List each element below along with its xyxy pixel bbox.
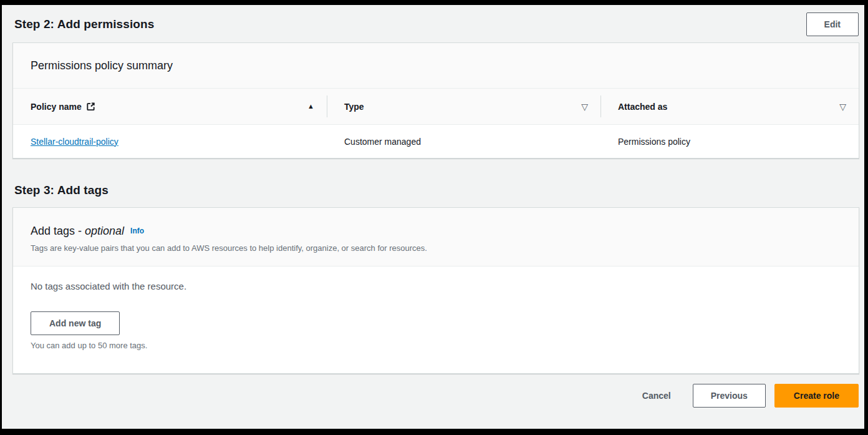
cancel-button[interactable]: Cancel xyxy=(642,391,671,401)
create-role-button[interactable]: Create role xyxy=(774,384,859,408)
add-new-tag-button[interactable]: Add new tag xyxy=(31,311,120,335)
filter-icon[interactable]: ▽ xyxy=(839,102,846,111)
policy-table-header-row: Policy name ▲ Type ▽ Attached as xyxy=(13,89,859,125)
policy-attached-as-cell: Permissions policy xyxy=(600,125,859,158)
tags-panel-body: No tags associated with the resource. Ad… xyxy=(13,266,859,373)
step2-header-row: Step 2: Add permissions Edit xyxy=(2,5,864,36)
step3-title: Step 3: Add tags xyxy=(14,183,864,197)
tags-panel-header: Add tags - optionalInfo Tags are key-val… xyxy=(13,208,859,266)
permissions-policy-summary-panel: Permissions policy summary Policy name ▲ xyxy=(12,42,859,159)
sort-ascending-icon[interactable]: ▲ xyxy=(307,103,314,110)
policy-attached-as-value: Permissions policy xyxy=(618,137,690,147)
column-header-policy-name[interactable]: Policy name ▲ xyxy=(13,89,327,124)
tags-panel-description: Tags are key-value pairs that you can ad… xyxy=(31,243,841,253)
edit-button[interactable]: Edit xyxy=(806,12,859,36)
tags-panel-title: Add tags - optionalInfo xyxy=(31,225,841,238)
info-link[interactable]: Info xyxy=(130,227,144,235)
policy-type-cell: Customer managed xyxy=(327,125,600,158)
policy-type-value: Customer managed xyxy=(344,137,421,147)
external-link-icon xyxy=(86,102,95,111)
column-header-type[interactable]: Type ▽ xyxy=(327,89,600,124)
tags-title-optional-text: optional xyxy=(85,225,124,237)
attached-as-column-label: Attached as xyxy=(618,102,667,112)
wizard-footer-actions: Cancel Previous Create role xyxy=(2,384,859,408)
permissions-panel-title: Permissions policy summary xyxy=(31,59,841,72)
policy-name-link[interactable]: Stellar-cloudtrail-policy xyxy=(31,137,118,147)
column-header-attached-as[interactable]: Attached as ▽ xyxy=(600,89,859,124)
type-column-label: Type xyxy=(344,102,364,112)
tag-limit-note: You can add up to 50 more tags. xyxy=(31,341,841,350)
tags-title-text: Add tags - xyxy=(31,225,85,237)
previous-button[interactable]: Previous xyxy=(693,384,766,408)
add-tags-panel: Add tags - optionalInfo Tags are key-val… xyxy=(12,207,859,374)
permissions-panel-header: Permissions policy summary xyxy=(13,43,859,89)
policy-name-label-text: Policy name xyxy=(31,102,82,112)
filter-icon[interactable]: ▽ xyxy=(581,102,588,111)
step2-title: Step 2: Add permissions xyxy=(14,17,154,31)
policy-table-row: Stellar-cloudtrail-policy Customer manag… xyxy=(13,125,859,158)
no-tags-message: No tags associated with the resource. xyxy=(31,281,841,291)
create-role-review-screen: Step 2: Add permissions Edit Permissions… xyxy=(0,0,868,435)
policy-name-cell: Stellar-cloudtrail-policy xyxy=(13,125,327,158)
policy-name-column-label: Policy name xyxy=(31,102,95,112)
